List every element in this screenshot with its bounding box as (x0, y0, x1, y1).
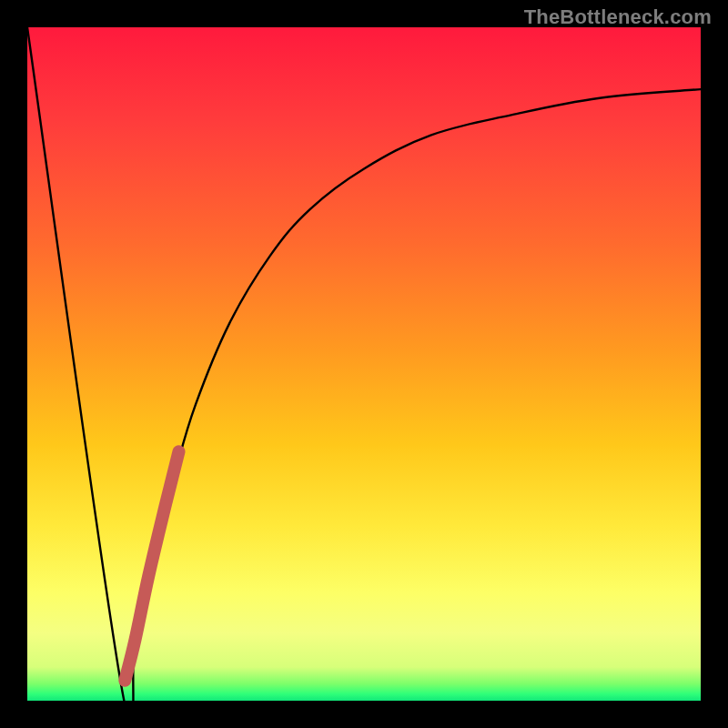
highlight-segment-path (125, 451, 178, 681)
plot-area (27, 27, 701, 701)
bottleneck-curve-path (27, 27, 701, 728)
curve-layer (27, 27, 701, 701)
watermark-text: TheBottleneck.com (524, 5, 712, 29)
chart-frame: TheBottleneck.com (0, 0, 728, 728)
